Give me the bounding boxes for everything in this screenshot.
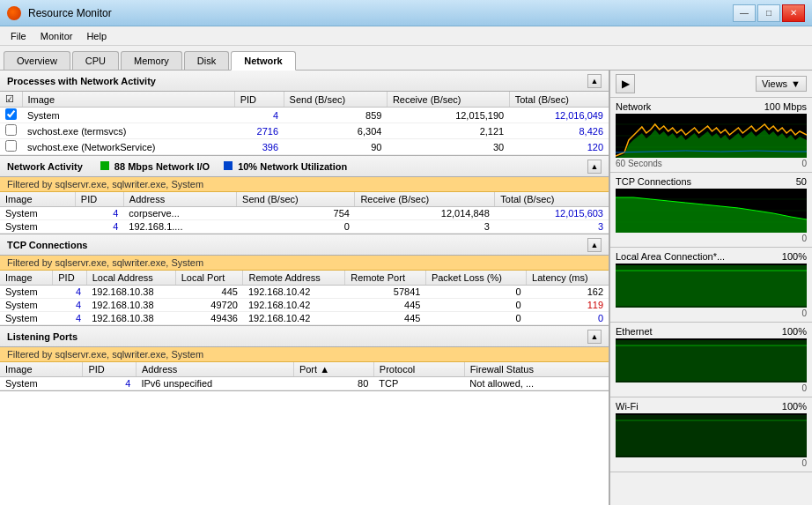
app-icon — [7, 6, 21, 20]
main-container: Processes with Network Activity ▲ ☑ Imag… — [0, 71, 812, 505]
tcp-col-remote-port[interactable]: Remote Port — [345, 271, 426, 286]
tab-overview[interactable]: Overview — [4, 51, 70, 70]
lp-col-pid[interactable]: PID — [83, 362, 136, 377]
views-button[interactable]: Views ▼ — [756, 76, 807, 92]
tcp-col-remote-addr[interactable]: Remote Address — [243, 271, 345, 286]
table-row[interactable]: System 4 859 12,015,190 12,016,049 — [0, 108, 609, 123]
table-row[interactable]: System 4 corpserve... 754 12,014,848 12,… — [0, 207, 609, 220]
tcp-table: Image PID Local Address Local Port Remot… — [0, 271, 609, 325]
na-send-2: 0 — [237, 220, 355, 234]
proc-pid-2: 2716 — [234, 123, 284, 139]
tcp-laddr-1: 192.168.10.38 — [86, 286, 175, 299]
tcp-image-1: System — [0, 286, 53, 299]
lp-col-protocol[interactable]: Protocol — [373, 362, 464, 377]
proc-send-2: 6,304 — [284, 123, 387, 139]
lp-protocol-1: TCP — [373, 377, 464, 390]
graph-ethernet-display — [616, 338, 807, 382]
tab-network[interactable]: Network — [231, 51, 295, 71]
table-row[interactable]: svchost.exe (NetworkService) 396 90 30 1… — [0, 139, 609, 155]
proc-image-3: svchost.exe (NetworkService) — [22, 139, 234, 155]
col-total[interactable]: Total (B/sec) — [509, 92, 609, 108]
graph-network-subtitle: 60 Seconds 0 — [616, 159, 807, 168]
tcp-connections-section: TCP Connections ▲ Filtered by sqlservr.e… — [0, 234, 609, 326]
na-col-total[interactable]: Total (B/sec) — [495, 192, 609, 207]
na-col-send[interactable]: Send (B/sec) — [237, 192, 355, 207]
col-image[interactable]: Image — [22, 92, 234, 108]
lp-col-address[interactable]: Address — [136, 362, 293, 377]
title-bar: Resource Monitor — □ ✕ — [0, 0, 812, 26]
na-image-2: System — [0, 220, 75, 234]
graph-wifi-subtitle: 0 — [616, 458, 807, 468]
col-receive[interactable]: Receive (B/sec) — [387, 92, 509, 108]
tcp-latency-3: 0 — [527, 312, 609, 325]
graph-local-area-display — [616, 264, 807, 308]
menu-file[interactable]: File — [4, 29, 33, 43]
menu-help[interactable]: Help — [79, 29, 114, 43]
proc-checkbox-2[interactable] — [5, 124, 17, 136]
network-activity-collapse-btn[interactable]: ▲ — [587, 160, 602, 174]
proc-checkbox-3[interactable] — [5, 140, 17, 152]
table-row[interactable]: svchost.exe (termsvcs) 2716 6,304 2,121 … — [0, 123, 609, 139]
na-total-1: 12,015,603 — [495, 207, 609, 220]
tab-memory[interactable]: Memory — [121, 51, 182, 70]
lp-port-1: 80 — [293, 377, 373, 390]
lp-col-image[interactable]: Image — [0, 362, 83, 377]
tcp-col-latency[interactable]: Latency (ms) — [527, 271, 609, 286]
proc-receive-1: 12,015,190 — [387, 108, 509, 123]
tcp-col-image[interactable]: Image — [0, 271, 53, 286]
menu-monitor[interactable]: Monitor — [33, 29, 80, 43]
graph-network-display — [616, 114, 807, 158]
proc-pid-3: 396 — [234, 139, 284, 155]
tcp-collapse-btn[interactable]: ▲ — [587, 238, 602, 252]
table-row[interactable]: System 4 192.168.10.38 445 192.168.10.42… — [0, 286, 609, 299]
table-row[interactable]: System 4 192.168.10.38 49720 192.168.10.… — [0, 299, 609, 312]
na-pid-2: 4 — [75, 220, 123, 234]
lp-col-port[interactable]: Port ▲ — [293, 362, 373, 377]
tcp-pktloss-1: 0 — [425, 286, 526, 299]
maximize-button[interactable]: □ — [757, 4, 780, 22]
na-addr-1: corpserve... — [123, 207, 236, 220]
table-row[interactable]: System 4 IPv6 unspecified 80 TCP Not all… — [0, 377, 609, 390]
table-row[interactable]: System 4 192.168.1.... 0 3 3 — [0, 220, 609, 234]
na-send-1: 754 — [237, 207, 355, 220]
graph-network: Network 100 Mbps — [610, 98, 812, 173]
na-receive-2: 3 — [355, 220, 495, 234]
proc-receive-3: 30 — [387, 139, 509, 155]
right-panel-expand-btn[interactable]: ▶ — [616, 74, 635, 93]
tcp-col-packet-loss[interactable]: Packet Loss (%) — [425, 271, 526, 286]
indicator-io: 88 Mbps Network I/O — [100, 161, 210, 172]
tcp-col-local-addr[interactable]: Local Address — [86, 271, 175, 286]
na-col-pid[interactable]: PID — [75, 192, 123, 207]
proc-total-1: 12,016,049 — [509, 108, 609, 123]
na-col-address[interactable]: Address — [123, 192, 236, 207]
right-panel: ▶ Views ▼ Network 100 Mbps — [609, 71, 812, 505]
col-pid[interactable]: PID — [234, 92, 284, 108]
graph-wifi: Wi-Fi 100% 0 — [610, 397, 812, 472]
processes-collapse-btn[interactable]: ▲ — [587, 74, 602, 88]
svg-marker-15 — [616, 271, 807, 308]
tcp-col-pid[interactable]: PID — [53, 271, 86, 286]
views-control: Views ▼ — [756, 76, 807, 92]
graph-ethernet-label: Ethernet 100% — [616, 326, 807, 337]
close-button[interactable]: ✕ — [782, 4, 805, 22]
na-col-image[interactable]: Image — [0, 192, 75, 207]
proc-checkbox-1[interactable] — [5, 108, 17, 120]
tab-disk[interactable]: Disk — [184, 51, 229, 70]
minimize-button[interactable]: — — [733, 4, 756, 22]
col-checkbox[interactable]: ☑ — [0, 92, 22, 108]
network-activity-section: Network Activity 88 Mbps Network I/O 10%… — [0, 156, 609, 234]
tcp-rport-3: 445 — [345, 312, 426, 325]
tcp-image-2: System — [0, 299, 53, 312]
proc-image-1: System — [22, 108, 234, 123]
tcp-latency-1: 162 — [527, 286, 609, 299]
na-total-2: 3 — [495, 220, 609, 234]
tcp-col-local-port[interactable]: Local Port — [175, 271, 243, 286]
tab-cpu[interactable]: CPU — [72, 51, 119, 70]
col-send[interactable]: Send (B/sec) — [284, 92, 387, 108]
listening-ports-collapse-btn[interactable]: ▲ — [587, 330, 602, 344]
lp-col-firewall[interactable]: Firewall Status — [464, 362, 609, 377]
na-col-receive[interactable]: Receive (B/sec) — [355, 192, 495, 207]
table-row[interactable]: System 4 192.168.10.38 49436 192.168.10.… — [0, 312, 609, 325]
proc-pid-1: 4 — [234, 108, 284, 123]
network-activity-header: Network Activity 88 Mbps Network I/O 10%… — [0, 156, 609, 177]
